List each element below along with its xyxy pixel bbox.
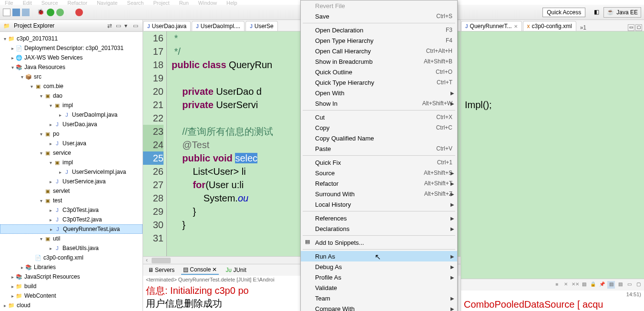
menu-compare-with[interactable]: Compare With▶ [301, 303, 457, 311]
webcontent-node[interactable]: ▸📁WebContent [0, 291, 143, 301]
menu-window[interactable]: Window [198, 0, 217, 5]
menu-refactor[interactable]: Refactor [68, 0, 88, 5]
menu-validate[interactable]: Validate [301, 282, 457, 293]
pkg-node[interactable]: ▾▣com.bie [0, 81, 143, 91]
right-code-content[interactable]: Impl(); [461, 31, 644, 279]
remove-all-icon[interactable]: ✕✕ [571, 281, 579, 289]
menu-source[interactable]: SourceAlt+Shift+S▶ [301, 168, 457, 178]
ext-tools-icon[interactable] [75, 9, 83, 16]
menu-file[interactable]: File [5, 0, 13, 5]
util-node[interactable]: ▾▣util [0, 234, 143, 243]
menu-navigate[interactable]: Navigate [97, 0, 117, 5]
menu-run[interactable]: Run [179, 0, 189, 5]
clear-icon[interactable]: ▤ [580, 281, 588, 289]
menu-project[interactable]: Project [153, 0, 169, 5]
servlet-node[interactable]: ▣servlet [0, 186, 143, 196]
close-icon[interactable]: ✕ [212, 266, 217, 273]
project-tree[interactable]: ▾📁c3p0_20170311 ▸📄Deployment Descriptor:… [0, 32, 143, 311]
menu-revert-file[interactable]: Revert File [301, 0, 457, 11]
pin-icon[interactable]: 📌 [598, 281, 606, 289]
run-icon[interactable] [47, 9, 54, 16]
menu-local-history[interactable]: Local History▶ [301, 199, 457, 210]
menu-open-type-hierarchy[interactable]: Open Type HierarchyF4 [301, 35, 457, 46]
tab-c3p0config[interactable]: xc3p0-config.xml [523, 21, 576, 31]
dao-impl-node[interactable]: ▾▣impl [0, 100, 143, 110]
menu-source[interactable]: Source [41, 0, 58, 5]
tab-queryrunnertest[interactable]: JQueryRunnerT...✕ [461, 21, 522, 31]
menu-help[interactable]: Help [226, 0, 237, 5]
libraries-node[interactable]: ▸📚Libraries [0, 262, 143, 272]
save-all-icon[interactable] [22, 9, 30, 16]
menu-paste[interactable]: PasteCtrl+V [301, 143, 457, 154]
menu-profile-as[interactable]: Profile As▶ [301, 272, 457, 282]
menu-surround-with[interactable]: Surround WithAlt+Shift+Z▶ [301, 189, 457, 199]
file-userdao[interactable]: ▸JUserDao.java [0, 120, 143, 129]
dd-node[interactable]: ▸📄Deployment Descriptor: c3p0_2017031 [0, 43, 143, 53]
minimize-icon[interactable]: ▭ [133, 22, 140, 29]
menu-add-snippets[interactable]: ▤Add to Snippets... [301, 237, 457, 248]
javares-node[interactable]: ▾📚Java Resources [0, 62, 143, 72]
file-c3p0config[interactable]: 📄c3p0-config.xml [0, 253, 143, 262]
file-c3p0test[interactable]: ▸JC3p0Test.java [0, 205, 143, 215]
jsres-node[interactable]: ▸📚JavaScript Resources [0, 272, 143, 281]
tab-servers[interactable]: 🖥Servers [146, 266, 176, 274]
menu-copy[interactable]: CopyCtrl+C [301, 122, 457, 133]
quick-access-field[interactable]: Quick Access [542, 8, 585, 17]
tab-userdao[interactable]: JUserDao.java [143, 21, 191, 31]
run-last-icon[interactable] [56, 9, 64, 16]
tab-console[interactable]: ▤Console✕ [181, 265, 219, 275]
debug-icon[interactable]: 🐞 [37, 9, 45, 16]
file-userservice[interactable]: ▸JUserService.java [0, 177, 143, 186]
close-icon[interactable]: ✕ [514, 24, 518, 29]
max-icon[interactable]: ▢ [634, 281, 642, 289]
menu-debug-as[interactable]: Debug As▶ [301, 261, 457, 272]
coverage-icon[interactable] [66, 9, 73, 16]
menu-cut[interactable]: CutCtrl+X [301, 112, 457, 122]
menu-show-breadcrumb[interactable]: Show in BreadcrumbAlt+Shift+B [301, 56, 457, 67]
file-userserviceimpl[interactable]: ▸JUserServiceImpl.java [0, 167, 143, 177]
menu-search[interactable]: Search [127, 0, 144, 5]
save-icon[interactable] [12, 9, 20, 16]
service-node[interactable]: ▾▣service [0, 148, 143, 158]
file-userdaoimpl[interactable]: ▸JUserDaoImpl.java [0, 110, 143, 120]
cloud-node[interactable]: ▸📁cloud [0, 301, 143, 310]
menu-quick-type-hierarchy[interactable]: Quick Type HierarchyCtrl+T [301, 77, 457, 88]
jaxws-node[interactable]: ▸🌐JAX-WS Web Services [0, 53, 143, 62]
menu-references[interactable]: References▶ [301, 213, 457, 223]
menu-edit[interactable]: Edit [23, 0, 32, 5]
po-node[interactable]: ▾▣po [0, 129, 143, 139]
collapse-all-icon[interactable]: ▭ [116, 22, 123, 29]
menu-declarations[interactable]: Declarations▶ [301, 223, 457, 234]
src-node[interactable]: ▾📦src [0, 72, 143, 81]
service-impl-node[interactable]: ▾▣impl [0, 158, 143, 167]
menu-copy-qualified[interactable]: Copy Qualified Name [301, 133, 457, 143]
menu-open-with[interactable]: Open With▶ [301, 88, 457, 98]
minimize-icon[interactable]: ▭ [628, 24, 634, 31]
file-user[interactable]: ▸JUser.java [0, 139, 143, 148]
tab-userdaoimpl[interactable]: JUserDaoImpl.... [192, 21, 245, 31]
menu-show-in[interactable]: Show InAlt+Shift+W▶ [301, 98, 457, 109]
open-perspective-icon[interactable]: ◧ [594, 9, 602, 16]
min-icon[interactable]: ▭ [625, 281, 633, 289]
new-icon[interactable] [3, 9, 10, 16]
tab-userse[interactable]: JUserSe [245, 21, 278, 31]
maximize-icon[interactable]: ▢ [635, 24, 642, 31]
dao-node[interactable]: ▾▣dao [0, 91, 143, 100]
test-node[interactable]: ▾▣test [0, 196, 143, 205]
file-baseutils[interactable]: ▸JBaseUtils.java [0, 243, 143, 253]
menu-quick-outline[interactable]: Quick OutlineCtrl+O [301, 67, 457, 77]
menu-refactor[interactable]: RefactorAlt+Shift+T▶ [301, 178, 457, 189]
menu-open-declaration[interactable]: Open DeclarationF3 [301, 25, 457, 35]
open-console-icon[interactable]: ▤ [616, 281, 624, 289]
display-icon[interactable]: ▤ [607, 281, 615, 289]
terminate-icon[interactable]: ■ [553, 281, 561, 289]
project-node[interactable]: ▾📁c3p0_20170311 [0, 34, 143, 43]
view-menu-icon[interactable]: ▾ [124, 22, 131, 29]
file-c3p0test2[interactable]: ▸JC3p0Test2.java [0, 215, 143, 224]
link-editor-icon[interactable]: ⇄ [107, 22, 114, 29]
more-tabs[interactable]: »1 [577, 24, 589, 31]
menu-open-call-hierarchy[interactable]: Open Call HierarchyCtrl+Alt+H [301, 46, 457, 56]
file-queryrunnertest[interactable]: ▸JQueryRunnerTest.java [0, 224, 143, 234]
menu-team[interactable]: Team▶ [301, 293, 457, 303]
menu-quick-fix[interactable]: Quick FixCtrl+1 [301, 157, 457, 168]
